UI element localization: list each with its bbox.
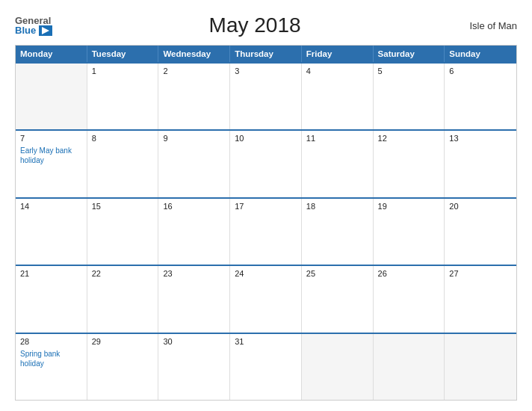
logo-general-text: General [15, 16, 52, 25]
calendar-cell: 20 [445, 199, 516, 265]
col-header-tuesday: Tuesday [87, 46, 159, 62]
col-header-wednesday: Wednesday [158, 46, 230, 62]
calendar-cell: 12 [374, 131, 445, 197]
day-number: 20 [449, 202, 512, 211]
day-number: 15 [92, 202, 154, 211]
day-number: 24 [235, 269, 297, 278]
calendar-cell: 31 [230, 334, 302, 400]
col-header-monday: Monday [16, 46, 87, 62]
calendar-cell: 3 [230, 64, 302, 129]
calendar-cell: 6 [445, 64, 516, 129]
calendar-cell: 17 [230, 199, 302, 265]
col-header-thursday: Thursday [230, 46, 302, 62]
calendar-cell: 2 [158, 64, 230, 129]
calendar-week-2: 7Early May bank holiday8910111213 [16, 129, 516, 197]
calendar: Monday Tuesday Wednesday Thursday Friday… [15, 45, 517, 401]
calendar-cell [302, 334, 374, 400]
calendar-title: May 2018 [52, 13, 457, 37]
calendar-cell: 27 [445, 266, 516, 332]
calendar-cell: 26 [374, 266, 445, 332]
day-number: 1 [92, 67, 154, 75]
day-number: 18 [306, 202, 368, 211]
day-number: 8 [92, 134, 154, 143]
day-number: 16 [163, 202, 225, 211]
calendar-cell: 23 [158, 266, 230, 332]
calendar-cell: 30 [158, 334, 230, 400]
day-number: 9 [163, 134, 225, 143]
day-number: 13 [449, 134, 512, 143]
logo-flag-icon [39, 25, 52, 36]
calendar-cell: 16 [158, 199, 230, 265]
day-number: 26 [378, 269, 440, 278]
day-number: 2 [163, 67, 225, 75]
day-number: 27 [449, 269, 512, 278]
calendar-cell: 8 [87, 131, 159, 197]
col-header-saturday: Saturday [374, 46, 445, 62]
calendar-week-5: 28Spring bank holiday293031 [16, 333, 516, 400]
calendar-week-3: 14151617181920 [16, 197, 516, 265]
day-number: 11 [306, 134, 368, 143]
calendar-cell: 14 [16, 199, 87, 265]
day-number: 4 [306, 67, 368, 75]
day-number: 19 [378, 202, 440, 211]
col-header-sunday: Sunday [445, 46, 516, 62]
calendar-cell: 22 [87, 266, 159, 332]
calendar-cell [16, 64, 87, 129]
logo-blue-text: Blue [15, 25, 36, 35]
calendar-cell: 15 [87, 199, 159, 265]
calendar-cell: 5 [374, 64, 445, 129]
day-number: 25 [306, 269, 368, 278]
region-name: Isle of Man [457, 20, 517, 31]
day-number: 6 [449, 67, 512, 75]
page: General Blue May 2018 Isle of Man Monday… [0, 0, 532, 411]
calendar-cell [374, 334, 445, 400]
calendar-cell: 18 [302, 199, 374, 265]
calendar-body: 1234567Early May bank holiday89101112131… [16, 62, 516, 400]
calendar-cell: 29 [87, 334, 159, 400]
calendar-cell: 7Early May bank holiday [16, 131, 87, 197]
day-number: 12 [378, 134, 440, 143]
day-number: 29 [92, 337, 154, 346]
col-header-friday: Friday [302, 46, 374, 62]
calendar-cell: 24 [230, 266, 302, 332]
calendar-cell: 13 [445, 131, 516, 197]
calendar-cell: 28Spring bank holiday [16, 334, 87, 400]
calendar-header-row: Monday Tuesday Wednesday Thursday Friday… [16, 46, 516, 62]
day-number: 28 [20, 337, 82, 346]
day-event: Early May bank holiday [20, 146, 82, 165]
calendar-cell: 1 [87, 64, 159, 129]
calendar-cell: 25 [302, 266, 374, 332]
day-number: 5 [378, 67, 440, 75]
day-number: 14 [20, 202, 82, 211]
calendar-cell: 11 [302, 131, 374, 197]
calendar-cell: 21 [16, 266, 87, 332]
day-number: 22 [92, 269, 154, 278]
logo: General Blue [15, 16, 52, 36]
calendar-week-4: 21222324252627 [16, 265, 516, 332]
day-number: 30 [163, 337, 225, 346]
calendar-cell: 9 [158, 131, 230, 197]
day-number: 23 [163, 269, 225, 278]
day-number: 3 [235, 67, 297, 75]
calendar-cell [445, 334, 516, 400]
calendar-week-1: 123456 [16, 62, 516, 129]
day-number: 31 [235, 337, 297, 346]
day-number: 21 [20, 269, 82, 278]
header: General Blue May 2018 Isle of Man [15, 13, 517, 37]
day-number: 10 [235, 134, 297, 143]
calendar-cell: 19 [374, 199, 445, 265]
calendar-cell: 10 [230, 131, 302, 197]
day-event: Spring bank holiday [20, 349, 82, 368]
day-number: 17 [235, 202, 297, 211]
calendar-cell: 4 [302, 64, 374, 129]
day-number: 7 [20, 134, 82, 143]
